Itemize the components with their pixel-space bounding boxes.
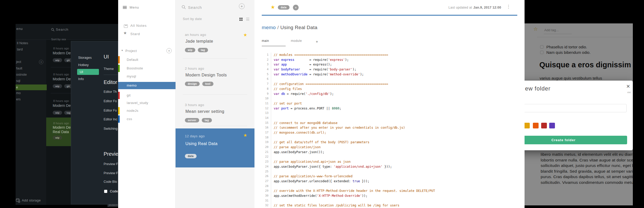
note-star-icon[interactable]: ★ [271,4,275,10]
add-tag-button[interactable]: + [293,5,299,10]
code-text: app.use(bodyParser.json()); [274,150,324,155]
sidebar-folder-memo[interactable]: memo [118,82,176,89]
chevron-down-icon[interactable]: ▾ [122,49,123,52]
dark-folder-item[interactable]: e [16,84,47,90]
folder-color-swatch[interactable] [549,123,555,128]
line-number: 31 [262,198,271,203]
note-star-icon[interactable]: ★ [243,32,247,38]
new-note-button[interactable]: + [239,3,245,9]
code-token: ; [339,107,341,110]
note-list-item[interactable]: 3 hours agoMean server settingservertag [176,100,254,131]
sidebar-item-starred[interactable]: Stard [130,32,140,36]
note-time: 12 days ago [185,134,205,138]
dark-folder-item[interactable]: sql [16,78,47,84]
code-line: 15// connect to our mongoDB database [262,121,521,126]
dark-sort-label[interactable]: Sort by xxx [51,38,66,41]
note-star-icon[interactable]: ★ [243,133,247,138]
code-text: // configuration =======================… [274,82,388,87]
breadcrumb: memo/Using Real Data [262,25,317,30]
dark-nav-starred[interactable]: tard [17,47,23,51]
code-token: db [281,92,285,96]
settings-tab-hotkey[interactable]: Hotkey [78,63,89,67]
settings-panel: StoragesHotkeyUIInfo UI Theme Editor Edi… [71,41,118,204]
dark-add-storage-label[interactable]: Add storage [22,199,41,202]
menu-icon[interactable] [123,6,127,9]
tag-badge[interactable]: data [278,5,290,10]
dark-folder-item[interactable]: ers [16,96,47,102]
code-text: var port = process.env.PORT || 8080; [274,106,341,111]
breadcrumb-folder[interactable]: memo [262,25,276,30]
dark-folder-item[interactable]: mo [16,90,47,96]
folder-label: laravel_study [127,101,148,105]
folder-name-input[interactable] [525,104,627,112]
sidebar-folder-laravel_study[interactable]: laravel_study [118,99,176,107]
folder-color-swatch[interactable] [525,123,530,128]
note-title: Mean server setting [185,109,224,114]
code-token: 'body-parser' [328,68,353,71]
menu-label[interactable]: Menu [130,5,139,9]
settings-theme-label: Theme [104,67,114,71]
sidebar-folder-Boostnote[interactable]: Boostnote [118,65,176,72]
code-line: 27app.use(bodyParser.urlencoded({ extend… [262,179,521,184]
sidebar-folder-git[interactable]: git [118,92,176,99]
code-line: 1// modules ============================… [262,53,521,57]
tab-main[interactable]: main [262,39,286,46]
settings-checkbox[interactable] [104,190,107,193]
dark-add-folder-button[interactable]: + [39,60,43,64]
sidebar-folder-nodeJs[interactable]: nodeJs [118,107,176,114]
line-number: 24 [262,164,271,169]
settings-editor-row: Switching [104,127,118,131]
sidebar-folder-css[interactable]: css [118,115,176,123]
code-token: var [274,58,279,62]
note-list-item[interactable]: an hours ago★Jade templatewiptag [176,30,254,61]
code-token: 'application/vnd.api+json' [334,165,383,168]
note-list-item[interactable]: 2 hours agoModern Design Toolsdesigntool [176,64,254,95]
sidebar-folder-mysql[interactable]: mysql [118,73,176,80]
code-editor[interactable]: 1// modules ============================… [262,53,521,208]
sidebar-folder-Default[interactable]: Default [118,56,176,63]
sidebar-item-all-notes[interactable]: All Notes [130,24,147,28]
last-updated: Last updated atJan.9, 2017 12:00 [415,6,501,9]
folder-label: Default [127,58,138,62]
settings-divider [104,75,118,75]
sort-by-label[interactable]: Sort by date [183,17,202,21]
kebab-menu-icon[interactable]: ⋮ [506,4,511,9]
close-icon[interactable]: × [626,83,630,90]
settings-tab-storages[interactable]: Storages [78,56,92,60]
dark-note-time: 8 hours ago [53,99,69,102]
folder-label: mysql [127,74,136,78]
create-folder-button[interactable]: Create folder [525,136,627,144]
settings-tab-info[interactable]: Info [78,77,84,81]
code-text: // parse application/json [274,145,321,150]
add-folder-button[interactable]: + [166,48,172,53]
code-line: 22 [262,154,521,159]
dark-folder-item[interactable]: fault [16,66,47,71]
code-line: 20// parse application/json [262,145,521,150]
note-tags: wiptag [185,48,208,52]
search-input[interactable] [187,4,233,11]
new-tab-button[interactable]: + [316,39,318,44]
dark-note-title: Modern Des [53,125,72,129]
code-text: // set our port [274,101,302,106]
note-list-item[interactable]: 12 days ago★Using Real Datadata [176,128,254,167]
dark-search-label[interactable]: Search [56,28,69,31]
folder-color-swatch[interactable] [541,123,547,128]
code-text: var methodOverride = require('method-ove… [274,72,364,77]
grid-view-icon[interactable] [239,18,243,21]
settings-tab-ui[interactable]: UI [77,69,99,75]
dark-note-tags: wipgit [53,58,72,62]
line-number: 5 [262,72,271,77]
settings-editor-heading: Editor [104,79,117,85]
dark-nav-all-notes[interactable]: ll Notes [17,41,28,45]
code-line: 28 [262,184,521,189]
code-token: 'method-override' [328,73,360,76]
list-view-icon[interactable] [246,18,249,21]
code-line: 9var db = require('./config/db'); [262,92,521,96]
dark-note-time: 8 hours ago [53,47,69,50]
folder-color-swatch[interactable] [533,123,539,128]
tab-module[interactable]: module [291,39,303,46]
line-number: 19 [262,140,271,145]
note-title: Modern Design Tools [185,73,227,77]
code-token: })); [360,179,369,183]
dark-folder-item[interactable]: ostnote [16,72,47,77]
